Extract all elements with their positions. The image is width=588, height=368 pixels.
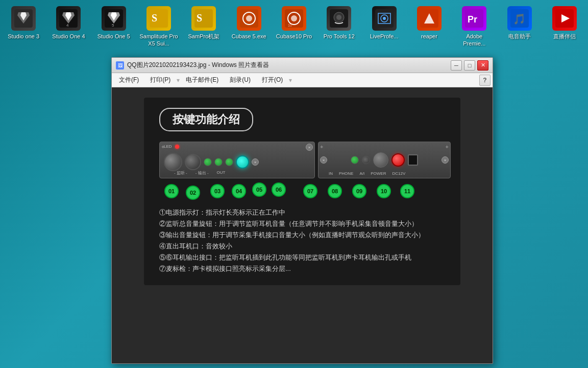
maximize-button[interactable]: □ xyxy=(464,60,475,71)
image-viewer[interactable]: 按键功能介绍 LED × + xyxy=(112,87,493,363)
badge-10: 10 xyxy=(377,184,391,198)
instruction-6: ⑦麦标检：声卡模拟接口照亮标示采集分层... xyxy=(159,263,445,274)
samplitude-label: Samplitude Pro X5 Sui... xyxy=(139,33,178,48)
instruction-3-text: ③输出音量旋钮：用于调节采集手机接口音量大小（例如直播时调节观众听到的声音大小） xyxy=(159,229,425,241)
badge-07: 07 xyxy=(303,184,317,198)
svg-point-27 xyxy=(383,17,386,20)
adobe-label: Adobe Premie... xyxy=(455,33,494,48)
desktop-icon-studio3[interactable]: Studio one 3 xyxy=(2,4,45,50)
studio4-label: Studio One 4 xyxy=(52,33,85,40)
instruction-3: ③输出音量旋钮：用于调节采集手机接口音量大小（例如直播时调节观众听到的声音大小） xyxy=(159,229,445,241)
badge-02: 02 xyxy=(186,186,200,200)
desktop-icon-livepro[interactable]: LiveProfe... xyxy=(363,4,406,50)
samplitude-icon: S xyxy=(146,6,171,31)
desktop-icon-live[interactable]: 直播伴侣 xyxy=(543,4,586,50)
desktop-icon-bar: Studio one 3 4 Studio One 4 5 xyxy=(0,0,588,54)
cubase5-label: Cubase 5.exe xyxy=(232,33,266,40)
desktop-icon-reaper[interactable]: reaper xyxy=(408,4,451,50)
led-indicator xyxy=(175,145,179,149)
adobe-icon: Pr xyxy=(462,6,486,31)
led-label: LED xyxy=(164,144,179,149)
menu-arrow-print: ▾ xyxy=(177,77,180,84)
menu-open[interactable]: 打开(O) xyxy=(257,75,288,85)
desktop-icon-studio4[interactable]: 4 Studio One 4 xyxy=(47,4,90,50)
jack-phone xyxy=(362,156,370,164)
badge-11: 11 xyxy=(400,184,414,198)
knob-monitor-volume xyxy=(164,153,182,171)
helper-icon: 🎵 xyxy=(507,6,532,31)
cubase10-icon: 10 xyxy=(282,6,306,31)
knob-ai xyxy=(373,152,388,168)
photo-viewer-window: 🖼 QQ图片20210202193423.jpg - Windows 照片查看器… xyxy=(111,57,493,364)
instruction-4: ④直出耳机口：音效较小 xyxy=(159,241,445,252)
help-button[interactable]: ? xyxy=(479,75,491,86)
bottom-labels-right: IN PHONE A/I POWER DC12V xyxy=(329,171,405,176)
livepro-icon xyxy=(372,6,397,31)
instruction-2: ②监听总音量旋钮：用于调节监听耳机音量（任意调节并不影响手机采集音顿音量大小） xyxy=(159,218,445,229)
desktop: Studio one 3 4 Studio One 4 5 xyxy=(0,0,588,368)
svg-point-17 xyxy=(246,15,252,21)
desktop-icon-samplitude[interactable]: S Samplitude Pro X5 Sui... xyxy=(137,4,180,50)
instruction-1: ①电源指示灯：指示灯长亮标示正在工作中 xyxy=(159,207,445,218)
instruction-2-text: ②监听总音量旋钮：用于调节监听耳机音量（任意调节并不影响手机采集音顿音量大小） xyxy=(159,218,418,229)
protools-icon xyxy=(327,6,351,31)
badge-09: 09 xyxy=(352,184,366,198)
desktop-icon-helper[interactable]: 🎵 电音助手 xyxy=(498,4,541,50)
port-dc12v xyxy=(408,154,418,166)
sampro-label: SamPro机架 xyxy=(188,33,220,40)
svg-point-24 xyxy=(336,15,341,20)
knob-output xyxy=(185,154,201,170)
close-button[interactable]: ✕ xyxy=(477,60,488,71)
minimize-button[interactable]: ─ xyxy=(451,60,462,71)
menu-file[interactable]: 文件(F) xyxy=(114,75,144,85)
helper-label: 电音助手 xyxy=(508,33,531,40)
cubase10-label: Cubase10 Pro xyxy=(276,33,312,40)
instruction-1-text: ①电源指示灯：指示灯长亮标示正在工作中 xyxy=(159,207,285,218)
studio3-icon xyxy=(11,6,36,31)
window-titlebar: 🖼 QQ图片20210202193423.jpg - Windows 照片查看器… xyxy=(112,58,493,73)
badge-01: 01 xyxy=(164,184,179,198)
badge-04: 04 xyxy=(232,184,246,198)
live-icon xyxy=(552,6,577,31)
desktop-icon-cubase10[interactable]: 10 Cubase10 Pro xyxy=(273,4,315,50)
jack-out1 xyxy=(204,158,212,166)
menu-email[interactable]: 电子邮件(E) xyxy=(181,75,224,85)
studio3-label: Studio one 3 xyxy=(8,33,39,40)
desktop-icon-studio5[interactable]: 5 Studio One 5 xyxy=(92,4,135,50)
reaper-label: reaper xyxy=(421,33,437,40)
svg-text:S: S xyxy=(152,12,157,24)
hardware-right-unit: + + × × xyxy=(318,142,451,178)
svg-text:🎵: 🎵 xyxy=(513,13,526,25)
desktop-icon-cubase5[interactable]: Cubase 5.exe xyxy=(228,4,271,50)
menu-print[interactable]: 打印(P) xyxy=(145,75,176,85)
studio5-label: Studio One 5 xyxy=(97,33,130,40)
knob-power xyxy=(391,153,405,167)
instruction-5: ⑤⑥耳机输出接口：把监听耳机插到此孔功能等同把监听耳机到声卡耳机输出孔或手机 xyxy=(159,252,445,263)
window-controls: ─ □ ✕ xyxy=(451,60,488,71)
studio4-icon: 4 xyxy=(56,6,81,31)
window-title: QQ图片20210202193423.jpg - Windows 照片查看器 xyxy=(127,61,451,70)
jack-in xyxy=(351,156,359,164)
menu-arrow-open: ▾ xyxy=(289,77,292,84)
livepro-label: LiveProfe... xyxy=(370,33,399,40)
plus-left: + xyxy=(161,144,164,150)
plus-right: + xyxy=(320,144,323,150)
desktop-icon-protools[interactable]: Pro Tools 12 xyxy=(317,4,360,50)
studio5-icon: 5 xyxy=(102,6,126,31)
svg-text:10: 10 xyxy=(288,24,292,27)
plus-right2: + xyxy=(446,144,449,150)
sampro-icon: S xyxy=(191,6,216,31)
document-title: 按键功能介绍 xyxy=(159,108,253,131)
reaper-icon xyxy=(417,6,442,31)
badge-06: 06 xyxy=(272,182,286,197)
desktop-icon-adobe[interactable]: Pr Adobe Premie... xyxy=(453,4,496,50)
instructions: ①电源指示灯：指示灯长亮标示正在工作中 ②监听总音量旋钮：用于调节监听耳机音量（… xyxy=(159,207,445,275)
close-x-right: × xyxy=(320,156,327,164)
badges-row: 01 02 03 04 05 xyxy=(159,181,445,202)
menu-burn[interactable]: 刻录(U) xyxy=(225,75,256,85)
svg-text:Pr: Pr xyxy=(468,14,477,25)
hardware-left-unit: LED × + xyxy=(159,142,315,178)
instruction-4-text: ④直出耳机口：音效较小 xyxy=(159,241,232,252)
svg-point-20 xyxy=(291,15,297,21)
desktop-icon-sampro[interactable]: S SamPro机架 xyxy=(182,4,225,50)
